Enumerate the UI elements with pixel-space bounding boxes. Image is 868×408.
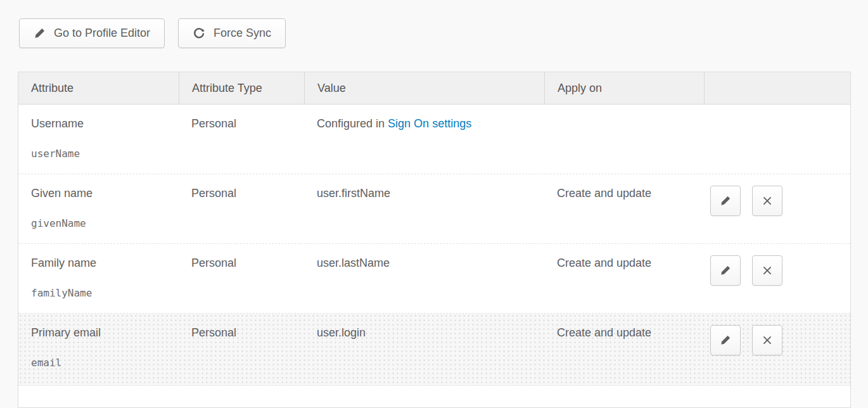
value-cell: Configured in Sign On settings xyxy=(304,105,544,174)
header-actions xyxy=(704,72,850,104)
x-icon xyxy=(762,335,773,346)
attribute-code: userName xyxy=(31,147,179,160)
x-icon xyxy=(762,195,773,207)
header-value: Value xyxy=(304,72,544,104)
attribute-code: familyName xyxy=(31,286,179,300)
attribute-cell: Family name familyName xyxy=(18,244,179,313)
attribute-label: Family name xyxy=(31,257,179,270)
value-cell: user.login xyxy=(304,314,544,385)
attribute-code: email xyxy=(31,356,179,369)
edit-attribute-button[interactable] xyxy=(710,325,741,355)
header-apply-on: Apply on xyxy=(544,72,704,104)
apply-on xyxy=(544,105,704,174)
apply-on: Create and update xyxy=(544,174,704,243)
actions-cell xyxy=(704,174,850,243)
force-sync-button[interactable]: Force Sync xyxy=(178,18,286,48)
actions-cell xyxy=(704,244,850,313)
x-icon xyxy=(762,265,773,276)
delete-attribute-button[interactable] xyxy=(752,186,782,216)
go-to-profile-editor-button[interactable]: Go to Profile Editor xyxy=(19,18,165,48)
delete-attribute-button[interactable] xyxy=(752,325,782,355)
table-row: Family name familyName Personal user.las… xyxy=(18,244,850,314)
table-row: Username userName Personal Configured in… xyxy=(18,105,850,174)
attribute-type: Personal xyxy=(179,105,304,174)
attributes-table: Attribute Attribute Type Value Apply on … xyxy=(18,72,851,408)
attribute-cell: Primary email email xyxy=(18,314,179,385)
apply-on: Create and update xyxy=(544,314,704,385)
actions-cell xyxy=(704,105,850,174)
attribute-type: Personal xyxy=(179,244,304,313)
go-to-profile-editor-label: Go to Profile Editor xyxy=(54,27,150,40)
pencil-icon xyxy=(720,195,731,207)
attribute-cell: Given name givenName xyxy=(18,174,179,243)
attribute-label: Primary email xyxy=(31,326,179,340)
table-row: Primary email email Personal user.login … xyxy=(18,314,850,386)
actions-cell xyxy=(704,314,850,385)
attribute-code: givenName xyxy=(31,217,179,230)
value-cell: user.lastName xyxy=(304,244,544,313)
table-row: Given name givenName Personal user.first… xyxy=(18,174,850,244)
edit-attribute-button[interactable] xyxy=(710,186,741,216)
value-cell: user.firstName xyxy=(304,174,544,243)
attribute-type: Personal xyxy=(179,314,304,385)
table-header-row: Attribute Attribute Type Value Apply on xyxy=(18,72,850,105)
attribute-label: Given name xyxy=(31,187,179,200)
pencil-icon xyxy=(720,265,731,276)
refresh-icon xyxy=(193,27,205,40)
toolbar: Go to Profile Editor Force Sync xyxy=(19,18,286,48)
value-prefix: Configured in xyxy=(317,117,385,130)
attribute-label: Username xyxy=(31,117,179,131)
pencil-icon xyxy=(34,27,46,39)
header-attribute: Attribute xyxy=(18,72,179,104)
pencil-icon xyxy=(720,335,731,346)
header-attribute-type: Attribute Type xyxy=(179,72,304,104)
attribute-cell: Username userName xyxy=(18,105,179,174)
edit-attribute-button[interactable] xyxy=(710,255,741,286)
apply-on: Create and update xyxy=(544,244,704,313)
table-row xyxy=(18,386,850,407)
attribute-type: Personal xyxy=(179,174,304,243)
force-sync-label: Force Sync xyxy=(214,27,271,40)
sign-on-settings-link[interactable]: Sign On settings xyxy=(388,117,471,130)
delete-attribute-button[interactable] xyxy=(752,255,782,286)
